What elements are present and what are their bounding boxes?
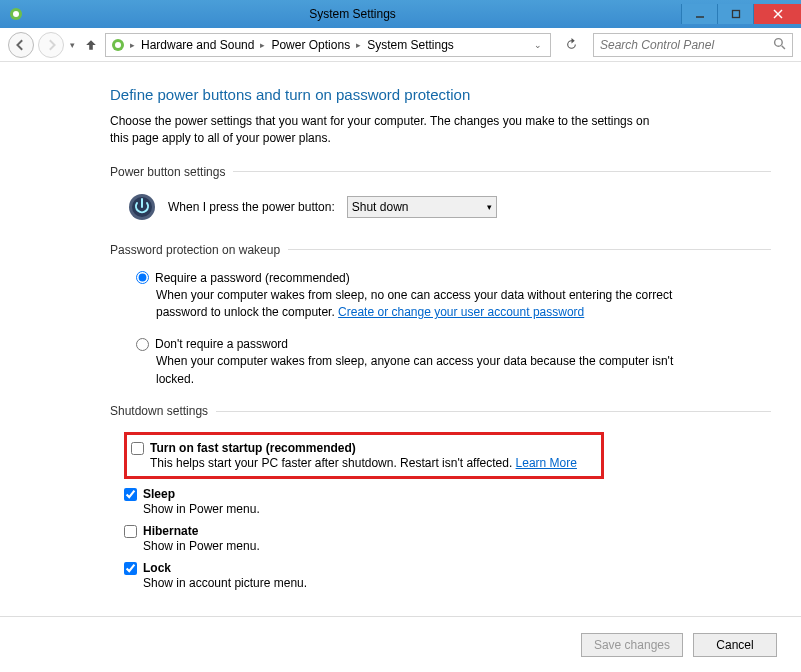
search-box[interactable] [593,33,793,57]
checkbox-sleep[interactable] [124,488,137,501]
radio-require-password-label: Require a password (recommended) [155,271,350,285]
page-heading: Define power buttons and turn on passwor… [110,86,771,103]
maximize-button[interactable] [717,4,753,24]
hibernate-desc: Show in Power menu. [143,539,771,553]
crumb-hardware[interactable]: Hardware and Sound [139,38,256,52]
save-changes-button[interactable]: Save changes [581,633,683,657]
fast-startup-label: Turn on fast startup (recommended) [150,441,356,455]
checkbox-lock[interactable] [124,562,137,575]
crumb-power[interactable]: Power Options [269,38,352,52]
crumb-system-settings[interactable]: System Settings [365,38,456,52]
breadcrumb-dropdown-icon[interactable]: ⌄ [530,40,546,50]
chevron-right-icon: ▸ [128,40,137,50]
sleep-desc: Show in Power menu. [143,502,771,516]
sleep-label: Sleep [143,487,175,501]
chevron-right-icon: ▸ [354,40,363,50]
radio-require-password[interactable] [136,271,149,284]
checkbox-hibernate[interactable] [124,525,137,538]
page-description: Choose the power settings that you want … [110,113,670,147]
svg-rect-3 [732,11,739,18]
minimize-button[interactable] [681,4,717,24]
radio-no-password[interactable] [136,338,149,351]
section-shutdown-settings: Shutdown settings [110,404,771,418]
highlight-fast-startup: Turn on fast startup (recommended) This … [124,432,604,479]
lock-label: Lock [143,561,171,575]
section-power-button: Power button settings [110,165,771,179]
power-button-label: When I press the power button: [168,200,335,214]
fast-startup-desc: This helps start your PC faster after sh… [150,456,595,470]
svg-point-8 [775,38,783,46]
refresh-button[interactable] [559,33,583,57]
require-password-desc: When your computer wakes from sleep, no … [156,287,696,322]
window-title: System Settings [24,7,681,21]
checkbox-fast-startup[interactable] [131,442,144,455]
back-button[interactable] [8,32,34,58]
link-learn-more[interactable]: Learn More [516,456,577,470]
no-password-desc: When your computer wakes from sleep, any… [156,353,696,388]
radio-no-password-label: Don't require a password [155,337,288,351]
chevron-down-icon: ▾ [487,202,492,212]
power-button-select[interactable]: Shut down ▾ [347,196,497,218]
svg-point-7 [115,42,121,48]
breadcrumb[interactable]: ▸ Hardware and Sound ▸ Power Options ▸ S… [105,33,551,57]
footer: Save changes Cancel [0,616,801,672]
cancel-button[interactable]: Cancel [693,633,777,657]
titlebar: System Settings [0,0,801,28]
svg-line-9 [782,45,785,48]
navigation-bar: ▾ ▸ Hardware and Sound ▸ Power Options ▸… [0,28,801,62]
up-button[interactable] [81,35,101,55]
lock-desc: Show in account picture menu. [143,576,771,590]
content-area: Define power buttons and turn on passwor… [0,62,801,616]
search-input[interactable] [600,38,773,52]
control-panel-icon [110,37,126,53]
search-icon [773,37,786,53]
section-password-protection: Password protection on wakeup [110,243,771,257]
power-icon [128,193,156,221]
chevron-right-icon: ▸ [258,40,267,50]
forward-button[interactable] [38,32,64,58]
hibernate-label: Hibernate [143,524,198,538]
control-panel-icon [8,6,24,22]
link-change-password[interactable]: Create or change your user account passw… [338,305,584,319]
history-dropdown-icon[interactable]: ▾ [68,40,77,50]
close-button[interactable] [753,4,801,24]
svg-point-1 [13,11,19,17]
